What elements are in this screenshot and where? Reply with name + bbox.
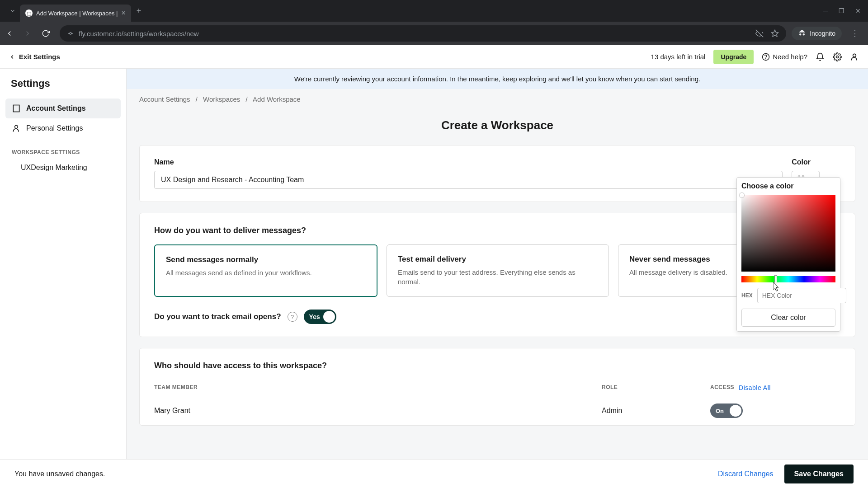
th-access: ACCESS xyxy=(710,384,734,391)
footer-bar: You have unsaved changes. Discard Change… xyxy=(0,459,868,488)
building-icon xyxy=(12,104,21,113)
option-title: Test email delivery xyxy=(398,255,598,264)
access-table-header: TEAM MEMBER ROLE ACCESS Disable All xyxy=(154,380,840,396)
url-text: fly.customer.io/settings/workspaces/new xyxy=(79,30,751,38)
table-row: Mary Grant Admin On xyxy=(154,396,840,425)
svg-rect-9 xyxy=(13,105,19,112)
close-window-icon[interactable]: ✕ xyxy=(855,7,861,14)
td-role: Admin xyxy=(602,407,710,415)
exit-settings-label: Exit Settings xyxy=(19,53,60,61)
maximize-icon[interactable]: ❐ xyxy=(839,7,844,14)
clear-color-button[interactable]: Clear color xyxy=(741,309,835,327)
help-tooltip-icon[interactable]: ? xyxy=(288,312,297,322)
color-picker-title: Choose a color xyxy=(741,182,835,190)
breadcrumb-separator: / xyxy=(196,95,198,103)
browser-tab-bar: ⬚ Add Workspace | Workspaces | × + ─ ❐ ✕ xyxy=(0,0,868,22)
saturation-value-area[interactable] xyxy=(741,195,835,272)
track-opens-toggle[interactable]: Yes xyxy=(304,310,336,324)
toggle-label: On xyxy=(716,408,724,414)
incognito-label: Incognito xyxy=(810,30,835,37)
svg-point-7 xyxy=(836,56,839,58)
sidebar-item-label: Account Settings xyxy=(26,104,86,113)
th-role: ROLE xyxy=(602,384,710,391)
notifications-icon[interactable] xyxy=(816,52,825,61)
browser-menu-icon[interactable]: ⋮ xyxy=(847,28,863,38)
app-topbar: Exit Settings 13 days left in trial Upgr… xyxy=(0,45,868,69)
svg-point-0 xyxy=(70,33,71,34)
trial-status: 13 days left in trial xyxy=(651,53,706,61)
main-content: We're currently reviewing your account i… xyxy=(127,69,868,459)
sidebar: Settings Account Settings Personal Setti… xyxy=(0,69,127,459)
toggle-knob xyxy=(323,311,335,323)
name-label: Name xyxy=(154,158,783,166)
hue-handle[interactable] xyxy=(774,275,777,283)
tab-close-icon[interactable]: × xyxy=(121,9,125,17)
svg-marker-4 xyxy=(772,30,778,37)
sv-handle[interactable] xyxy=(740,193,744,197)
name-color-card: Name Color None xyxy=(139,145,855,202)
option-desc: All messages send as defined in your wor… xyxy=(166,268,366,277)
access-card: Who should have access to this workspace… xyxy=(139,348,855,426)
info-banner: We're currently reviewing your account i… xyxy=(127,69,868,89)
access-heading: Who should have access to this workspace… xyxy=(154,361,840,371)
option-desc: Emails send to your test address. Everyt… xyxy=(398,267,598,286)
need-help-link[interactable]: Need help? xyxy=(762,53,807,61)
toggle-knob xyxy=(730,405,741,417)
unsaved-changes-message: You have unsaved changes. xyxy=(14,470,105,478)
browser-toolbar: fly.customer.io/settings/workspaces/new … xyxy=(0,22,868,45)
workspace-name-input[interactable] xyxy=(154,171,783,189)
exit-settings-button[interactable]: Exit Settings xyxy=(9,53,60,61)
tab-title: Add Workspace | Workspaces | xyxy=(36,10,118,17)
hex-input[interactable] xyxy=(757,288,846,303)
td-member: Mary Grant xyxy=(154,407,602,415)
disable-all-link[interactable]: Disable All xyxy=(739,384,771,391)
svg-point-14 xyxy=(15,125,18,128)
site-info-icon[interactable] xyxy=(67,30,74,37)
breadcrumb-item: Add Workspace xyxy=(253,95,301,103)
need-help-label: Need help? xyxy=(773,53,807,61)
breadcrumb-separator: / xyxy=(246,95,248,103)
browser-tab[interactable]: ⬚ Add Workspace | Workspaces | × xyxy=(20,5,131,22)
bookmark-star-icon[interactable] xyxy=(771,29,779,38)
incognito-badge[interactable]: Incognito xyxy=(792,27,842,40)
breadcrumb: Account Settings / Workspaces / Add Work… xyxy=(127,89,868,109)
back-button[interactable] xyxy=(5,29,18,38)
sidebar-item-personal-settings[interactable]: Personal Settings xyxy=(5,118,121,138)
access-toggle[interactable]: On xyxy=(710,404,743,418)
forward-button[interactable] xyxy=(24,29,36,38)
track-opens-label: Do you want to track email opens? xyxy=(154,312,281,321)
tab-favicon: ⬚ xyxy=(25,9,33,17)
discard-changes-button[interactable]: Discard Changes xyxy=(718,470,774,478)
th-member: TEAM MEMBER xyxy=(154,384,602,391)
upgrade-button[interactable]: Upgrade xyxy=(713,50,754,64)
reload-button[interactable] xyxy=(42,29,54,38)
page-title: Create a Workspace xyxy=(127,109,868,145)
window-controls: ─ ❐ ✕ xyxy=(823,7,868,14)
option-title: Send messages normally xyxy=(166,255,366,264)
new-tab-button[interactable]: + xyxy=(131,6,147,16)
tab-search-dropdown[interactable] xyxy=(5,4,20,18)
hue-slider[interactable] xyxy=(741,276,835,282)
color-picker-popover: Choose a color HEX Clear color xyxy=(736,177,840,332)
sidebar-item-label: Personal Settings xyxy=(26,124,83,132)
sidebar-section-header: WORKSPACE SETTINGS xyxy=(5,138,121,159)
minimize-icon[interactable]: ─ xyxy=(823,7,828,14)
toggle-label: Yes xyxy=(309,313,320,320)
save-changes-button[interactable]: Save Changes xyxy=(784,465,854,483)
user-avatar-icon[interactable] xyxy=(850,52,859,61)
color-label: Color xyxy=(792,158,840,166)
delivery-option-normal[interactable]: Send messages normally All messages send… xyxy=(154,244,377,297)
eye-off-icon[interactable] xyxy=(755,29,764,38)
sidebar-item-account-settings[interactable]: Account Settings xyxy=(5,99,121,118)
settings-gear-icon[interactable] xyxy=(833,52,842,61)
breadcrumb-item[interactable]: Workspaces xyxy=(203,95,240,103)
person-icon xyxy=(12,124,21,133)
sidebar-title: Settings xyxy=(5,78,121,99)
hex-label: HEX xyxy=(741,292,753,299)
breadcrumb-item[interactable]: Account Settings xyxy=(139,95,190,103)
delivery-option-test[interactable]: Test email delivery Emails send to your … xyxy=(387,244,609,297)
svg-point-8 xyxy=(853,54,856,57)
sidebar-workspace-item[interactable]: UXDesign Marketing xyxy=(5,159,121,176)
address-bar[interactable]: fly.customer.io/settings/workspaces/new xyxy=(60,25,786,42)
svg-point-6 xyxy=(766,58,766,59)
